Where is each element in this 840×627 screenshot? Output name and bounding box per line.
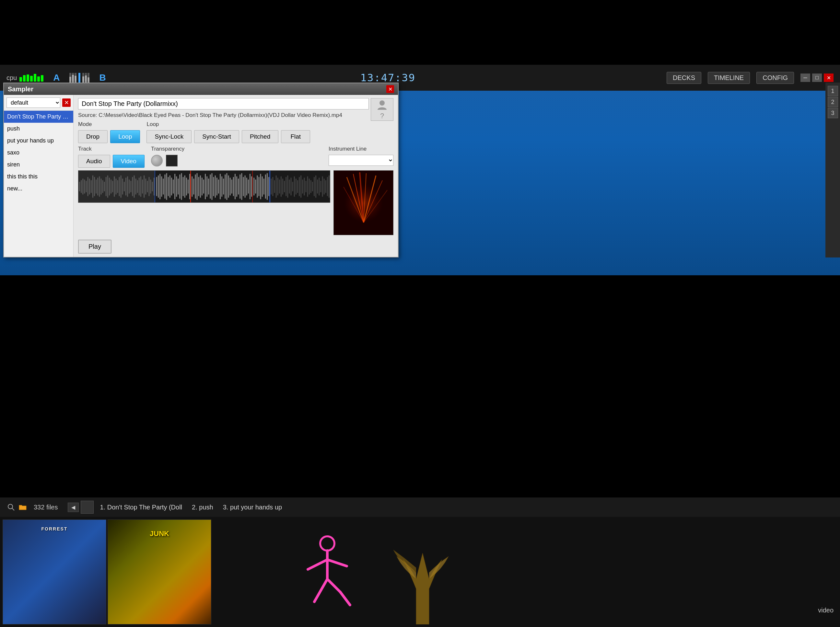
sidebar-item-1[interactable]: push [4, 123, 73, 135]
svg-rect-65 [176, 176, 177, 197]
sidebar-item-4[interactable]: siren [4, 159, 73, 171]
loop-button[interactable]: Loop [110, 130, 140, 143]
sidebar-item-3[interactable]: saxo [4, 147, 73, 159]
svg-rect-51 [154, 178, 155, 195]
close-button[interactable]: ✕ [824, 74, 834, 82]
sidebar-x-button[interactable]: ✕ [62, 98, 71, 107]
play-button[interactable]: Play [78, 239, 112, 254]
track-buttons: Audio Video [78, 155, 145, 168]
drop-button[interactable]: Drop [78, 130, 107, 143]
mixer-group-1 [69, 73, 76, 83]
audio-button[interactable]: Audio [78, 155, 110, 168]
nav-back-button[interactable]: ◀ [68, 503, 79, 512]
svg-rect-149 [312, 182, 313, 191]
svg-rect-53 [156, 177, 157, 196]
right-sidebar: 1 2 3 [826, 83, 840, 257]
sync-start-button[interactable]: Sync-Start [194, 130, 239, 143]
decks-button[interactable]: DECKS [666, 72, 701, 84]
cpu-bars [19, 74, 43, 82]
sidebar-list: Don't Stop The Party (Dollapushput your … [4, 111, 73, 257]
help-avatar[interactable]: ? [371, 98, 393, 121]
svg-rect-100 [233, 177, 234, 196]
thumb-1-text: FORREST [41, 526, 68, 531]
cpu-bar-1 [19, 77, 22, 82]
svg-rect-95 [224, 175, 226, 198]
svg-rect-125 [272, 177, 273, 196]
svg-rect-132 [284, 181, 285, 192]
mode-buttons: Drop Loop [78, 130, 140, 143]
mixer-bar-5 [85, 73, 87, 83]
bottom-thumb-1[interactable]: FORREST [3, 520, 106, 624]
svg-rect-45 [144, 175, 145, 198]
svg-rect-112 [252, 171, 253, 202]
sidebar-item-2[interactable]: put your hands up [4, 135, 73, 147]
svg-rect-124 [271, 179, 272, 195]
svg-rect-141 [299, 177, 300, 196]
timeline-button[interactable]: TIMELINE [708, 72, 750, 84]
svg-rect-74 [190, 171, 191, 202]
svg-rect-145 [305, 181, 306, 192]
svg-rect-140 [297, 180, 298, 193]
svg-rect-90 [216, 178, 218, 195]
search-icon[interactable] [6, 503, 16, 512]
sidebar-item-0[interactable]: Don't Stop The Party (Dolla [4, 111, 73, 123]
right-num-3[interactable]: 3 [828, 108, 838, 118]
svg-rect-151 [315, 175, 316, 198]
svg-rect-103 [238, 179, 239, 195]
svg-rect-68 [181, 173, 182, 200]
pitched-button[interactable]: Pitched [242, 130, 278, 143]
sidebar-item-6[interactable]: new... [4, 183, 73, 195]
svg-rect-35 [127, 176, 128, 197]
svg-rect-86 [210, 175, 211, 198]
svg-rect-154 [320, 181, 321, 192]
sampler-close-button[interactable]: ✕ [386, 85, 394, 93]
svg-rect-29 [117, 180, 118, 193]
config-button[interactable]: CONFIG [756, 72, 794, 84]
svg-rect-92 [220, 174, 221, 199]
svg-rect-23 [107, 175, 108, 198]
deck-b-label: B [96, 72, 109, 83]
svg-rect-26 [112, 181, 113, 192]
instrument-dropdown[interactable] [328, 155, 393, 166]
svg-rect-81 [202, 178, 202, 195]
svg-rect-91 [218, 180, 219, 193]
svg-rect-78 [197, 173, 198, 200]
svg-rect-146 [307, 176, 308, 197]
svg-rect-98 [230, 178, 231, 195]
svg-rect-143 [302, 180, 303, 193]
svg-rect-18 [99, 176, 100, 197]
track-name-input[interactable] [78, 98, 369, 109]
thumbnail-streaks [334, 171, 393, 235]
svg-rect-121 [267, 173, 268, 200]
folder-icon[interactable] [18, 503, 27, 512]
thumb-1-bg [3, 520, 106, 624]
bottom-thumb-2[interactable]: JUNK [107, 520, 211, 624]
sidebar-dropdown[interactable]: default [6, 98, 60, 108]
sync-lock-button[interactable]: Sync-Lock [147, 130, 191, 143]
svg-rect-25 [111, 180, 112, 193]
track-label: Track [78, 146, 145, 152]
taskbar-nav: ◀ [68, 501, 94, 514]
svg-line-175 [308, 560, 327, 569]
svg-rect-43 [141, 176, 141, 197]
right-num-2[interactable]: 2 [828, 97, 838, 107]
svg-rect-22 [106, 177, 107, 196]
svg-rect-83 [205, 174, 206, 199]
svg-rect-57 [163, 179, 164, 195]
video-button[interactable]: Video [113, 155, 145, 168]
svg-rect-119 [264, 179, 264, 195]
deck-a-label: A [50, 72, 63, 83]
minimize-button[interactable]: ─ [801, 74, 810, 82]
svg-rect-39 [134, 175, 135, 198]
right-num-1[interactable]: 1 [828, 86, 838, 96]
mixer-bar-3 [74, 73, 76, 83]
svg-rect-12 [89, 179, 90, 195]
sidebar-item-5[interactable]: this this this [4, 171, 73, 183]
svg-rect-150 [314, 177, 315, 196]
flat-button[interactable]: Flat [281, 130, 310, 143]
transparency-knob[interactable] [151, 155, 163, 167]
maximize-button[interactable]: □ [812, 74, 822, 82]
pink-figure-area [279, 520, 382, 624]
transparency-square[interactable] [166, 155, 178, 167]
taskbar-item-2: 2. push [192, 504, 213, 511]
